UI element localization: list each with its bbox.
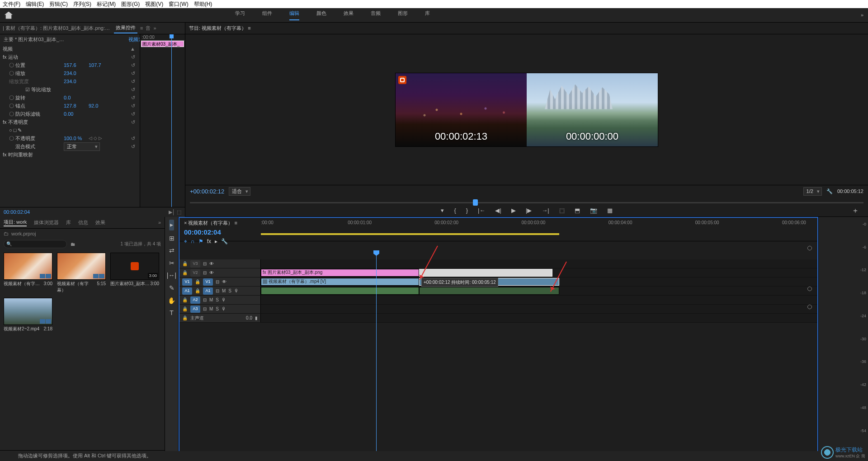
- menu-graphics[interactable]: 图形(G): [121, 0, 140, 8]
- solo-icon[interactable]: S: [216, 306, 219, 312]
- new-bin-icon[interactable]: 🖿: [71, 241, 75, 248]
- anch-x[interactable]: 127.8: [64, 103, 89, 109]
- eye-icon[interactable]: 👁: [209, 261, 214, 267]
- reset-icon[interactable]: ↺: [131, 143, 135, 150]
- trk-master[interactable]: 主声道: [190, 315, 204, 321]
- eff-opacity-hdr[interactable]: fx 不透明度: [3, 119, 64, 126]
- sync-icon[interactable]: ⊟: [216, 279, 219, 285]
- goto-out-icon[interactable]: →|: [542, 207, 549, 215]
- lock-icon[interactable]: 🔒: [195, 288, 200, 294]
- reset-icon[interactable]: ↺: [131, 103, 135, 109]
- sync-icon[interactable]: ⊟: [216, 288, 219, 294]
- clip-a1[interactable]: [261, 287, 419, 295]
- slip-tool-icon[interactable]: |↔|: [167, 271, 176, 280]
- keyframe-nav[interactable]: ◁ ◇ ▷: [89, 135, 102, 141]
- work-area[interactable]: [261, 233, 559, 235]
- trk-src-a1[interactable]: A1: [182, 287, 192, 295]
- voice-icon[interactable]: 🎙: [222, 297, 226, 303]
- panel-overflow-icon[interactable]: »: [158, 219, 161, 226]
- clip-v2-extend[interactable]: [419, 269, 552, 277]
- tab-overflow-icon[interactable]: »: [153, 25, 156, 32]
- razor-tool-icon[interactable]: ✂: [169, 259, 175, 268]
- reset-icon[interactable]: ↺: [131, 70, 135, 77]
- ws-graphics[interactable]: 图形: [398, 10, 408, 20]
- sync-icon[interactable]: ⊟: [203, 261, 207, 267]
- eff-timeremap[interactable]: fx 时间重映射: [3, 151, 64, 158]
- reset-icon[interactable]: ↺: [131, 78, 135, 85]
- lock-icon[interactable]: 🔒: [182, 306, 188, 312]
- reset-icon[interactable]: ↺: [131, 111, 135, 118]
- solo-icon[interactable]: S: [228, 288, 231, 294]
- rot-val[interactable]: 0.0: [64, 94, 89, 101]
- tab-project[interactable]: 项目: work: [4, 219, 27, 226]
- trk-v1[interactable]: V1: [203, 278, 213, 286]
- tab-effect-controls[interactable]: 效果控件: [114, 23, 137, 33]
- meter-icon[interactable]: ▮: [255, 315, 258, 321]
- program-tc-right[interactable]: 00:00:05:12: [837, 188, 863, 195]
- ripple-tool-icon[interactable]: ⇄: [169, 246, 175, 255]
- uniform-scale-check[interactable]: ☑ 等比缩放: [3, 86, 64, 93]
- keyframe-dot[interactable]: [807, 305, 812, 309]
- export-frame-icon[interactable]: 📷: [590, 207, 597, 215]
- step-fwd-icon[interactable]: |▶: [526, 207, 532, 215]
- lock-icon[interactable]: 🔒: [182, 315, 188, 321]
- clip-v1[interactable]: ▦ 视频素材（有字幕）.mp4 [V]: [261, 278, 419, 286]
- ws-color[interactable]: 颜色: [316, 10, 326, 20]
- step-back-icon[interactable]: ◀|: [495, 207, 501, 215]
- clip-a1-extend[interactable]: [419, 287, 559, 295]
- menu-sequence[interactable]: 序列(S): [73, 0, 91, 8]
- bin-icon[interactable]: 🗀: [4, 230, 9, 237]
- goto-in-icon[interactable]: |←: [478, 207, 485, 215]
- program-viewport[interactable]: 00:00:02:13 00:00:00:00: [185, 34, 868, 185]
- track-select-tool-icon[interactable]: ⊞: [169, 234, 175, 243]
- home-icon[interactable]: [5, 12, 13, 19]
- fit-dropdown[interactable]: 适合: [229, 187, 250, 196]
- comparison-icon[interactable]: ▦: [607, 207, 613, 215]
- tab-libraries[interactable]: 库: [66, 219, 71, 226]
- sync-icon[interactable]: ⊟: [203, 306, 207, 312]
- wrench-icon[interactable]: 🔧: [826, 188, 833, 195]
- menu-view[interactable]: 视图(V): [145, 0, 163, 8]
- eye-icon[interactable]: 👁: [222, 279, 226, 285]
- program-title[interactable]: 节目: 视频素材（有字幕） ≡: [189, 25, 251, 32]
- lock-icon[interactable]: 🔒: [182, 270, 188, 276]
- mark-in-icon[interactable]: {: [454, 207, 456, 215]
- selection-tool-icon[interactable]: ▸: [169, 220, 174, 230]
- reset-icon[interactable]: ↺: [131, 135, 135, 142]
- menu-clip[interactable]: 剪辑(C): [49, 0, 68, 8]
- eff-anchor[interactable]: 〇 锚点: [3, 103, 64, 109]
- timeline-playhead[interactable]: [376, 250, 377, 451]
- clip-v2[interactable]: fx 图片素材03_副本_副本.png: [261, 269, 419, 277]
- scale-val[interactable]: 234.0: [64, 70, 89, 77]
- sync-icon[interactable]: ⊟: [203, 297, 207, 303]
- bin-item[interactable]: 视频素材（有字幕）5:15: [57, 253, 106, 293]
- mask-icons[interactable]: ○ □ ✎: [3, 127, 64, 134]
- bin-item[interactable]: 视频素材2~2.mp42:18: [4, 298, 52, 332]
- search-input[interactable]: [4, 240, 67, 248]
- tab-effects[interactable]: 效果: [95, 219, 105, 226]
- lock-icon[interactable]: 🔒: [195, 279, 200, 285]
- lock-icon[interactable]: 🔒: [182, 297, 188, 303]
- resolution-dropdown[interactable]: 1/2: [803, 187, 822, 196]
- voice-icon[interactable]: 🎙: [222, 306, 226, 312]
- bin-item[interactable]: 视频素材（有字…3:00: [4, 253, 52, 293]
- ws-audio[interactable]: 音频: [371, 10, 381, 20]
- trk-a3[interactable]: A3: [190, 306, 200, 313]
- eff-scale[interactable]: 〇 缩放: [3, 70, 64, 77]
- reset-icon[interactable]: ↺: [131, 119, 135, 126]
- pos-y[interactable]: 107.7: [89, 62, 111, 69]
- eff-position[interactable]: 〇 位置: [3, 62, 64, 69]
- mute-icon[interactable]: M: [222, 288, 226, 294]
- ws-lib[interactable]: 库: [425, 10, 430, 20]
- ws-editing[interactable]: 编辑: [289, 10, 299, 20]
- reset-icon[interactable]: ↺: [131, 62, 135, 69]
- timeline-ruler[interactable]: :00:00 00:00:01:00 00:00:02:00 00:00:03:…: [261, 220, 804, 229]
- menu-window[interactable]: 窗口(W): [169, 0, 188, 8]
- effect-timecode[interactable]: 00:00:02:04: [4, 209, 30, 216]
- ws-more-icon[interactable]: »: [861, 12, 863, 19]
- reset-icon[interactable]: ↺: [131, 86, 135, 93]
- play-icon[interactable]: ▶: [511, 207, 516, 215]
- program-scrubber[interactable]: [190, 197, 863, 205]
- solo-icon[interactable]: S: [216, 297, 219, 303]
- trk-a2[interactable]: A2: [190, 296, 200, 304]
